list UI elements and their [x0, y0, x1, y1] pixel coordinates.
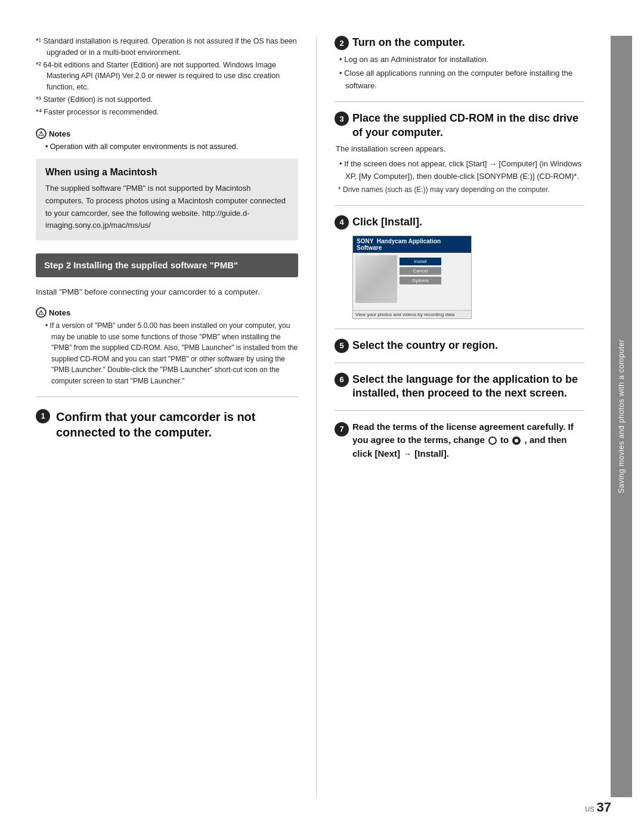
step3-heading-row: 3 Place the supplied CD-ROM in the disc … [335, 112, 584, 140]
step1-heading: 1 Confirm that your camcorder is not con… [36, 409, 298, 440]
sidebar-text: Saving movies and photos with a computer [617, 339, 626, 493]
step5-number: 5 [335, 339, 349, 353]
step3-subnote-1: * Drive names (such as (E:)) may vary de… [336, 184, 584, 196]
step2-bullet-1: Log on as an Administrator for installat… [336, 54, 584, 66]
step4-heading-row: 4 Click [Install]. [335, 215, 584, 230]
step1-section: 1 Confirm that your camcorder is not con… [36, 409, 298, 440]
divider-4-5 [335, 329, 584, 329]
step6-section: 6 Select the language for the applicatio… [335, 373, 584, 401]
step4-number: 4 [335, 215, 349, 230]
step6-number: 6 [335, 373, 349, 387]
step2-header-title: Step 2 Installing the supplied software … [44, 259, 290, 271]
screenshot-image [355, 255, 397, 303]
screenshot-buttons: Install Cancel Options [400, 258, 441, 303]
step5-heading-text: Select the country or region. [352, 339, 498, 352]
step4-heading-text: Click [Install]. [352, 215, 422, 229]
step2-heading-row: 2 Turn on the computer. [335, 36, 584, 50]
step6-heading-text: Select the language for the application … [352, 373, 584, 401]
notes-label: Notes [49, 129, 70, 138]
notes2-label: Notes [49, 308, 70, 317]
divider-5-6 [335, 363, 584, 363]
step3-number: 3 [335, 112, 349, 126]
step5-section: 5 Select the country or region. [335, 339, 584, 353]
sony-label: SONY [357, 238, 373, 244]
step2-header-box: Step 2 Installing the supplied software … [36, 253, 298, 277]
step6-heading-row: 6 Select the language for the applicatio… [335, 373, 584, 401]
step7-heading-row: 7 Read the terms of the license agreemen… [335, 420, 584, 461]
left-column: *¹ Standard installation is required. Op… [0, 36, 316, 797]
notes-header: ⚠ Notes [36, 128, 298, 139]
mac-box-body: The supplied software "PMB" is not suppo… [45, 182, 289, 232]
notes2-icon: ⚠ [36, 307, 47, 318]
step7-section: 7 Read the terms of the license agreemen… [335, 420, 584, 461]
install-btn-mock: Install [400, 258, 441, 265]
step1-heading-text: Confirm that your camcorder is not conne… [56, 409, 298, 440]
mac-box-title: When using a Macintosh [45, 167, 289, 178]
footnote-3: *³ Starter (Edition) is not supported. [36, 94, 298, 106]
footnote-2: *² 64-bit editions and Starter (Edition)… [36, 60, 298, 93]
step2-heading-text: Turn on the computer. [352, 36, 465, 49]
step7-heading-text: Read the terms of the license agreement … [352, 420, 584, 461]
mac-info-box: When using a Macintosh The supplied soft… [36, 159, 298, 240]
step3-bullet-1: If the screen does not appear, click [St… [336, 158, 584, 183]
notes2-header: ⚠ Notes [36, 307, 298, 318]
divider-2-3 [335, 101, 584, 102]
step2-bullet-2: Close all applications running on the co… [336, 67, 584, 92]
footnotes-section: *¹ Standard installation is required. Op… [36, 36, 298, 117]
left-note-1: Operation with all computer environments… [41, 141, 298, 153]
step2-body-text: Install "PMB" before connecting your cam… [36, 286, 298, 299]
page-number: 37 [597, 800, 611, 815]
step1-number: 1 [36, 409, 50, 423]
left-notes-section: ⚠ Notes Operation with all computer envi… [36, 128, 298, 153]
step3-section: 3 Place the supplied CD-ROM in the disc … [335, 112, 584, 195]
step3-heading-text: Place the supplied CD-ROM in the disc dr… [352, 112, 584, 140]
step2-section: 2 Turn on the computer. Log on as an Adm… [335, 36, 584, 92]
step3-body: The installation screen appears. If the … [336, 143, 584, 196]
divider-6-7 [335, 410, 584, 411]
options-btn-mock: Options [400, 277, 441, 284]
left-notes2-section: ⚠ Notes If a version of "PMB" under 5.0.… [36, 307, 298, 387]
divider-3-4 [335, 205, 584, 206]
cancel-btn-mock: Cancel [400, 267, 441, 275]
step7-arrow: → [403, 448, 411, 460]
left-divider [36, 397, 298, 397]
right-column: 2 Turn on the computer. Log on as an Adm… [316, 36, 608, 797]
us-label: US [585, 806, 594, 813]
screenshot-header: SONY Handycam Application Software [353, 236, 471, 253]
step7-number: 7 [335, 422, 349, 436]
left-note2-item: If a version of "PMB" under 5.0.00 has b… [41, 320, 298, 387]
circle-empty-icon [488, 436, 497, 445]
notes-icon: ⚠ [36, 128, 47, 139]
footnote-1: *¹ Standard installation is required. Op… [36, 36, 298, 58]
screenshot-body: Install Cancel Options [353, 253, 471, 305]
footnote-4: *⁴ Faster processor is recommended. [36, 107, 298, 118]
step5-heading-row: 5 Select the country or region. [335, 339, 584, 353]
install-screenshot: SONY Handycam Application Software Insta… [352, 236, 472, 319]
step7-text-install: [Install]. [412, 448, 449, 459]
step2-number: 2 [335, 36, 349, 50]
step7-text-to: to [500, 435, 509, 445]
step2-body: Log on as an Administrator for installat… [336, 54, 584, 92]
step3-intro: The installation screen appears. [336, 143, 584, 156]
screenshot-footer: View your photos and videos by recording… [353, 310, 471, 318]
circle-filled-icon [512, 436, 521, 445]
right-sidebar: Saving movies and photos with a computer [611, 36, 632, 797]
step4-section: 4 Click [Install]. SONY Handycam Applica… [335, 215, 584, 319]
